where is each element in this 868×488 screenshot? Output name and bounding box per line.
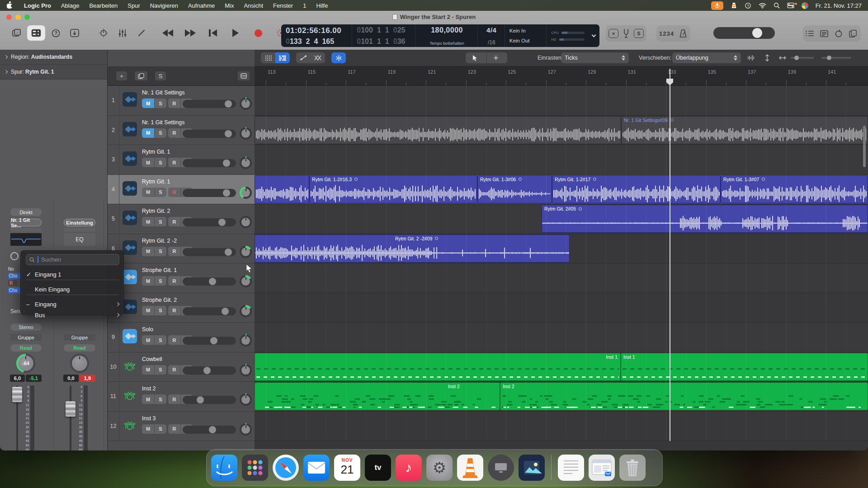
menu-item-bus[interactable]: Bus — [21, 310, 123, 320]
drum-track-icon[interactable] — [123, 418, 137, 432]
loop-browser-icon[interactable] — [835, 30, 843, 38]
dock-icon-trash[interactable] — [619, 455, 646, 481]
zoom-slider-horizontal[interactable] — [821, 57, 851, 59]
pan-knob[interactable] — [240, 423, 252, 436]
track-inspector-header[interactable]: Spur: Rytm Git. 1 — [0, 65, 107, 80]
track-name[interactable]: Strophe Git. 2 — [142, 297, 177, 303]
mute-button[interactable]: M — [142, 424, 154, 434]
mute-button[interactable]: M — [142, 188, 154, 197]
track-name[interactable]: Rytm Git. 1 — [142, 149, 170, 155]
dock-icon-mail[interactable] — [303, 455, 330, 481]
solo-button[interactable]: S — [154, 424, 166, 434]
audio-track-icon[interactable] — [123, 211, 137, 225]
solo-button[interactable]: S — [154, 335, 166, 345]
mute-button[interactable]: M — [142, 335, 154, 345]
dock-icon-photos-dark[interactable] — [519, 455, 545, 481]
rewind-button[interactable] — [159, 25, 176, 41]
lcd-display[interactable]: 01:02:56:16.00 0133 2 4 165 010011025 01… — [281, 24, 599, 47]
audio-region[interactable]: Rytm Git. 1-2#16.3 — [309, 175, 477, 203]
list-editors-icon[interactable] — [806, 30, 814, 37]
snap-dropdown[interactable]: Ticks — [561, 52, 629, 63]
lcd-tempo[interactable]: 180,0000 Tempo beibehalten — [415, 24, 477, 47]
lcd-signature[interactable]: 4/4 /16 — [478, 24, 505, 47]
track-lane-10[interactable]: Inst 1Inst 1 — [255, 352, 868, 382]
volume-slider[interactable] — [183, 426, 236, 434]
menu-spur[interactable]: Spur — [123, 2, 145, 9]
dock-icon-screen-sharing[interactable] — [488, 455, 514, 481]
input-ring-button[interactable] — [10, 252, 19, 260]
track-header-9[interactable]: 9SoloMSRI — [108, 323, 255, 352]
menu-fenster[interactable]: Fenster — [268, 2, 298, 9]
track-lane-12[interactable] — [255, 412, 868, 441]
patch-setting-button[interactable]: Nr. 1 Git Se... — [10, 219, 42, 226]
solo-button[interactable]: S — [154, 394, 166, 404]
audio-region[interactable]: Rytm Git. 2#05 — [542, 205, 868, 233]
group-slot-right[interactable]: Gruppe — [64, 334, 95, 341]
arrange-area[interactable]: Nr. 1 Git Settings#09Rytm Git. 1-2#16.3R… — [255, 86, 868, 441]
plugin-sliver[interactable]: R — [8, 280, 17, 286]
record-arm-button[interactable]: R — [168, 276, 180, 286]
menu-item-eingang[interactable]: –Eingang — [21, 299, 123, 310]
solo-button[interactable]: S — [154, 99, 166, 108]
pan-knob[interactable] — [240, 334, 252, 347]
zoom-slider-vertical[interactable] — [791, 57, 814, 59]
mixer-button[interactable] — [114, 25, 131, 41]
region-inspector-header[interactable]: Region: Audiostandards — [0, 50, 107, 65]
pan-knob-right[interactable] — [70, 354, 89, 373]
track-lane-8[interactable] — [255, 293, 868, 323]
note-pads-icon[interactable] — [820, 30, 828, 37]
audio-track-icon[interactable] — [123, 270, 137, 284]
midi-region[interactable]: Inst 2 — [500, 382, 868, 410]
app-circle-icon[interactable] — [802, 2, 808, 9]
lcd-mode-chevron[interactable] — [588, 24, 599, 47]
time-machine-icon[interactable] — [745, 2, 751, 9]
horizontal-zoom-icon[interactable] — [775, 52, 790, 63]
lcd-system-load[interactable]: CPU HD — [547, 24, 588, 47]
dock-icon-safari[interactable] — [273, 455, 299, 481]
menu-hilfe[interactable]: Hilfe — [311, 2, 333, 9]
software-monitoring-icon[interactable]: × — [609, 29, 618, 38]
mute-button[interactable]: M — [142, 276, 154, 286]
dock-icon-system-settings[interactable]: ⚙ — [426, 455, 453, 481]
solo-button[interactable]: S — [154, 306, 166, 315]
dock-icon-finder[interactable] — [211, 455, 237, 481]
mute-button[interactable]: M — [142, 394, 154, 404]
pan-knob[interactable] — [240, 275, 252, 287]
drag-mode-dropdown[interactable]: Überlappung — [672, 52, 741, 63]
vlc-status-icon[interactable] — [731, 2, 737, 9]
metronome-icon[interactable] — [679, 29, 688, 38]
record-arm-button[interactable]: R — [168, 306, 180, 315]
disclosure-icon[interactable] — [4, 55, 8, 59]
secondary-tool-button[interactable] — [486, 52, 507, 63]
track-lane-4[interactable]: Rytm Git. 1-2#16.3Rytm Git. 1-3#06Rytm G… — [255, 175, 868, 205]
midi-region[interactable]: Inst 1 — [621, 353, 868, 381]
track-name[interactable]: Rytm Git. 2 -2 — [142, 238, 177, 244]
smart-controls-button[interactable] — [66, 25, 83, 41]
wifi-icon[interactable] — [759, 3, 766, 9]
mute-button[interactable]: M — [142, 217, 154, 226]
dock-icon-apple-tv[interactable]: tv — [365, 455, 391, 481]
pan-knob[interactable] — [240, 246, 252, 258]
quick-help-button[interactable]: ? — [47, 25, 64, 41]
volume-slider[interactable] — [183, 277, 236, 286]
spotlight-icon[interactable] — [774, 2, 780, 9]
track-header-4[interactable]: 4Rytm Git. 1MSRI — [108, 175, 255, 205]
gain-strip[interactable] — [64, 228, 95, 232]
menu-mix[interactable]: Mix — [220, 2, 239, 9]
menu-aufnahme[interactable]: Aufnahme — [183, 2, 220, 9]
vertical-zoom-icon[interactable] — [760, 52, 774, 63]
dock-icon-music[interactable]: ♪ — [396, 455, 422, 481]
pan-knob[interactable] — [240, 364, 252, 376]
flex-icon[interactable] — [311, 52, 325, 63]
record-arm-button[interactable]: R — [168, 335, 180, 345]
menu-ansicht[interactable]: Ansicht — [239, 2, 268, 9]
record-button[interactable] — [250, 25, 267, 41]
drum-track-icon[interactable] — [123, 359, 137, 373]
audio-track-icon[interactable] — [123, 92, 137, 107]
menu-item-kein-eingang[interactable]: Kein Eingang — [21, 284, 123, 295]
track-lane-3[interactable] — [255, 145, 868, 175]
fader-thumb-right[interactable] — [66, 401, 75, 417]
lcd-locators[interactable]: 010011025 010111036 — [352, 24, 415, 47]
disclosure-icon[interactable] — [4, 70, 8, 74]
track-header-1[interactable]: 1Nr. 1 Git SettingsMSRI — [108, 86, 255, 116]
